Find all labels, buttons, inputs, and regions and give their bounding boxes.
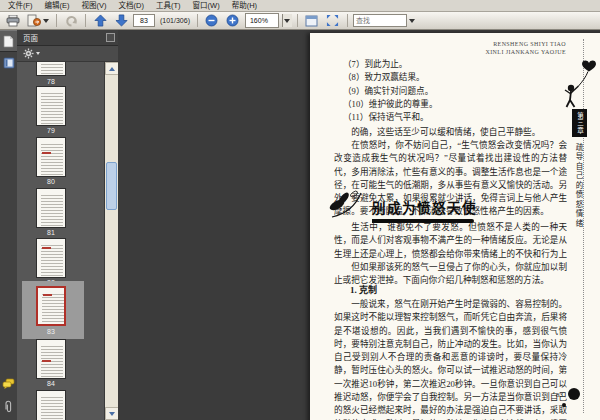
thumbnail-label: 80 bbox=[36, 178, 66, 185]
sub-heading: 1. 克制 bbox=[350, 283, 377, 296]
next-page-button[interactable] bbox=[112, 13, 130, 29]
red-heading-mark bbox=[42, 247, 51, 249]
pdf-reader-window: 文件(F) 编辑(E) 视图(V) 文档(D) 工具(T) 窗口(W) 帮助(H… bbox=[0, 0, 600, 420]
zoom-level-control[interactable]: 160% bbox=[245, 13, 279, 28]
thumbnail-label: 83 bbox=[36, 328, 66, 335]
scroll-up-button[interactable] bbox=[105, 62, 119, 75]
tab-pages[interactable] bbox=[0, 30, 17, 52]
page-number: 83 bbox=[556, 391, 563, 399]
page-up-icon bbox=[94, 14, 107, 27]
comments-icon bbox=[2, 378, 15, 389]
menu-file[interactable]: 文件(F) bbox=[3, 0, 38, 11]
paragraph: 一般说来，怒气在刚开始产生时是微弱的、容易控制的。如果这时不能以理智来控制怒气，… bbox=[334, 298, 567, 420]
panel-hide-button[interactable] bbox=[106, 33, 115, 42]
tab-attachments[interactable] bbox=[0, 395, 17, 417]
options-gear-icon[interactable] bbox=[23, 48, 34, 59]
menu-edit[interactable]: 编辑(E) bbox=[40, 0, 75, 11]
chapter-title-vertical: 疏导自己的愤怒情绪 bbox=[573, 143, 584, 229]
arrow-up-icon bbox=[109, 67, 115, 71]
print-button[interactable] bbox=[4, 13, 22, 29]
paragraph: 的确，这些话至少可以缓和情绪，使自己平静些。 bbox=[334, 126, 567, 139]
options-caret-icon[interactable] bbox=[36, 52, 40, 55]
menu-tools[interactable]: 工具(T) bbox=[151, 0, 186, 11]
thumbnail-page-79[interactable] bbox=[36, 86, 66, 126]
zoom-level-value: 160% bbox=[246, 17, 278, 24]
leaf-ornament-icon bbox=[328, 189, 364, 221]
menu-view[interactable]: 视图(V) bbox=[77, 0, 112, 11]
previous-view-icon bbox=[65, 15, 78, 27]
page-number-dot-large bbox=[568, 388, 580, 400]
page-number-dot-small bbox=[562, 403, 566, 407]
fit-width-icon bbox=[305, 15, 318, 27]
thumbnail-list: 78 79 80 81 82 83 84 bbox=[17, 62, 105, 420]
pages-panel: 页面 78 79 80 81 bbox=[17, 30, 118, 420]
zoom-out-button[interactable] bbox=[203, 13, 221, 29]
zoom-out-icon bbox=[205, 14, 218, 27]
toolbar: (101/306) 160% bbox=[0, 12, 600, 30]
previous-page-button[interactable] bbox=[91, 13, 109, 29]
page-count-label: (101/306) bbox=[160, 17, 190, 24]
section-title: 别成为愤怒天使 bbox=[372, 189, 477, 217]
zoom-in-icon bbox=[226, 14, 239, 27]
menu-window[interactable]: 窗口(W) bbox=[188, 0, 225, 11]
pages-panel-header: 页面 bbox=[17, 30, 118, 46]
bookmarks-icon bbox=[3, 57, 15, 69]
menu-document[interactable]: 文档(D) bbox=[114, 0, 149, 11]
export-icon bbox=[27, 14, 41, 27]
separator bbox=[347, 14, 348, 27]
fullscreen-button[interactable] bbox=[324, 13, 342, 29]
zoom-level-dropdown[interactable] bbox=[282, 14, 292, 27]
search-options-caret-icon[interactable] bbox=[409, 19, 415, 23]
running-head: RENSHENG SHIYI TIAO XINLI JIANKANG YAOJU… bbox=[420, 41, 566, 56]
thumbnail-page-80[interactable] bbox=[36, 137, 66, 177]
pages-panel-options-bar bbox=[17, 46, 118, 62]
section-heading: 别成为愤怒天使 bbox=[328, 189, 477, 223]
pages-panel-title: 页面 bbox=[17, 32, 38, 43]
red-heading-mark bbox=[42, 360, 51, 362]
separator bbox=[56, 14, 57, 27]
pages-icon bbox=[3, 35, 14, 48]
page-down-icon bbox=[115, 14, 128, 27]
menu-help[interactable]: 帮助(H) bbox=[227, 0, 262, 11]
separator bbox=[297, 14, 298, 27]
tab-comments[interactable] bbox=[0, 372, 17, 394]
fit-width-button[interactable] bbox=[303, 13, 321, 29]
navigation-tab-strip bbox=[0, 30, 17, 420]
arrow-down-icon bbox=[109, 412, 115, 416]
tab-bookmarks[interactable] bbox=[0, 52, 17, 74]
thumbnail-scrollbar[interactable] bbox=[104, 62, 118, 420]
fullscreen-icon bbox=[326, 14, 339, 27]
separator bbox=[85, 14, 86, 27]
page-number-input[interactable] bbox=[133, 14, 155, 27]
export-button[interactable] bbox=[25, 13, 51, 29]
thumbnail-page-82[interactable] bbox=[36, 238, 66, 278]
thumbnail-label: 84 bbox=[36, 380, 66, 387]
thumbnail-label: 79 bbox=[36, 127, 66, 134]
thumbnail-label: 81 bbox=[36, 229, 66, 236]
numbered-list: （7）到此为止。 （8）致力双赢结果。 （9）确实针对问题点。 （10）维护彼此… bbox=[334, 58, 567, 124]
scrollbar-thumb[interactable] bbox=[106, 162, 117, 210]
thumbnail-label: 78 bbox=[36, 78, 66, 85]
chevron-down-icon bbox=[284, 19, 290, 23]
export-caret-icon bbox=[43, 19, 49, 23]
book-page: RENSHENG SHIYI TIAO XINLI JIANKANG YAOJU… bbox=[310, 33, 600, 420]
menu-bar: 文件(F) 编辑(E) 视图(V) 文档(D) 工具(T) 窗口(W) 帮助(H… bbox=[0, 0, 600, 12]
document-view[interactable]: RENSHENG SHIYI TIAO XINLI JIANKANG YAOJU… bbox=[118, 30, 600, 420]
scroll-down-button[interactable] bbox=[105, 407, 119, 420]
red-heading-mark bbox=[43, 294, 52, 296]
thumbnail-page-85[interactable] bbox=[36, 390, 66, 420]
red-heading-mark bbox=[42, 152, 51, 154]
separator bbox=[197, 14, 198, 27]
search-input[interactable] bbox=[353, 14, 407, 27]
thumbnail-page-81[interactable] bbox=[36, 188, 66, 228]
print-icon bbox=[6, 15, 20, 27]
thumbnail-page-78[interactable] bbox=[36, 62, 66, 76]
chapter-number-tab: 第三章 bbox=[572, 109, 587, 137]
thumbnail-page-84[interactable] bbox=[36, 339, 66, 379]
search-area bbox=[353, 14, 415, 27]
previous-view-button[interactable] bbox=[62, 13, 80, 29]
paragraph: 生活中，谁都免不了要发怒。但愤怒不是人类的一种天性，而是人们对客观事物不满产生的… bbox=[334, 221, 567, 261]
thumbnail-page-83-selected[interactable] bbox=[36, 286, 66, 326]
paperclip-icon bbox=[3, 400, 14, 413]
zoom-in-button[interactable] bbox=[224, 13, 242, 29]
